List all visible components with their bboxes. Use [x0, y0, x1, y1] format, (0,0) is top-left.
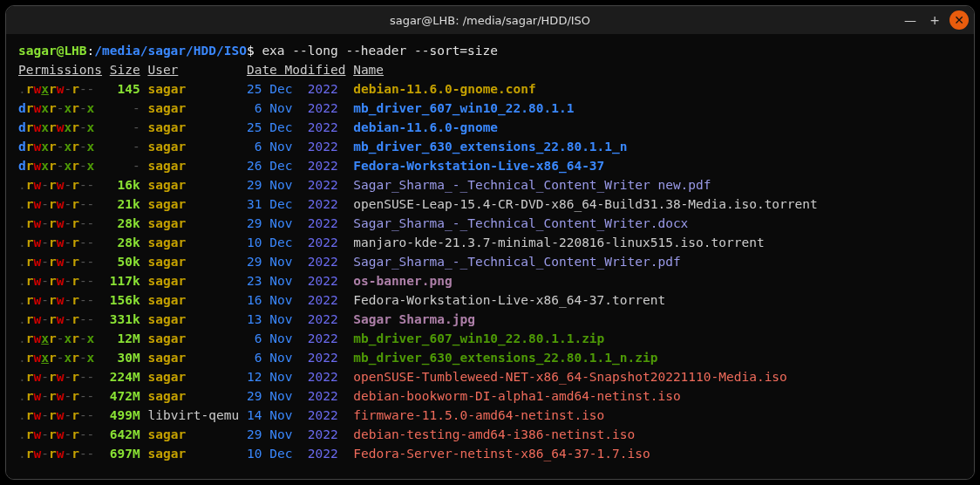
date-day: 10: [247, 447, 262, 461]
user-cell: sagar: [147, 197, 239, 211]
file-name: mb_driver_607_win10_22.80.1.1.zip: [353, 331, 604, 345]
prompt-symbol: $: [247, 44, 255, 58]
col-permissions: Permissions: [18, 63, 102, 77]
date-day: 14: [247, 408, 262, 422]
size-cell: 30M: [110, 351, 140, 365]
date-mon: Nov: [269, 331, 292, 345]
date-mon: Dec: [269, 82, 292, 96]
date-mon: Nov: [269, 408, 292, 422]
window-controls: — + ✕: [901, 6, 969, 34]
date-day: 26: [247, 159, 262, 173]
perm-cell: .rw-rw-r--: [18, 274, 94, 288]
user-cell: sagar: [147, 178, 239, 192]
user-cell: sagar: [147, 312, 239, 326]
user-cell: sagar: [147, 101, 239, 115]
col-date: Date Modified: [247, 63, 346, 77]
minimize-button[interactable]: —: [901, 10, 920, 30]
perm-cell: .rw-rw-r--: [18, 216, 94, 230]
date-mon: Dec: [269, 447, 292, 461]
size-cell: -: [110, 101, 140, 115]
perm-cell: drwxr-xr-x: [18, 159, 94, 173]
user-cell: sagar: [147, 370, 239, 384]
user-cell: sagar: [147, 447, 239, 461]
date-year: 2022: [308, 197, 338, 211]
date-mon: Nov: [269, 293, 292, 307]
size-cell: 117k: [110, 274, 140, 288]
date-year: 2022: [308, 120, 338, 134]
date-year: 2022: [308, 216, 338, 230]
terminal-viewport[interactable]: sagar@LHB:/media/sagar/HDD/ISO$ exa --lo…: [6, 34, 974, 479]
user-cell: sagar: [147, 216, 239, 230]
perm-cell: drwxr-xr-x: [18, 101, 94, 115]
date-year: 2022: [308, 312, 338, 326]
date-day: 25: [247, 82, 262, 96]
perm-cell: .rwxr-xr-x: [18, 331, 94, 345]
titlebar[interactable]: sagar@LHB: /media/sagar/HDD/ISO — + ✕: [6, 6, 974, 34]
file-name: Fedora-Server-netinst-x86_64-37-1.7.iso: [353, 447, 650, 461]
size-cell: 331k: [110, 312, 140, 326]
date-day: 29: [247, 216, 262, 230]
date-year: 2022: [308, 389, 338, 403]
date-year: 2022: [308, 427, 338, 441]
date-year: 2022: [308, 447, 338, 461]
file-name: Fedora-Workstation-Live-x86_64-37: [353, 159, 604, 173]
size-cell: 499M: [110, 408, 140, 422]
perm-cell: .rw-rw-r--: [18, 236, 94, 249]
perm-cell: .rw-rw-r--: [18, 255, 94, 269]
date-day: 29: [247, 389, 262, 403]
file-name: debian-11.6.0-gnome.conf: [353, 82, 536, 96]
perm-cell: .rw-rw-r--: [18, 370, 94, 384]
user-cell: sagar: [147, 389, 239, 403]
file-name: openSUSE-Tumbleweed-NET-x86_64-Snapshot2…: [353, 370, 787, 384]
date-mon: Nov: [269, 255, 292, 269]
user-cell: sagar: [147, 82, 239, 96]
date-year: 2022: [308, 370, 338, 384]
date-mon: Dec: [269, 197, 292, 211]
date-mon: Nov: [269, 274, 292, 288]
date-mon: Nov: [269, 351, 292, 365]
date-day: 25: [247, 120, 262, 134]
user-cell: sagar: [147, 331, 239, 345]
file-name: debian-11.6.0-gnome: [353, 120, 498, 134]
date-mon: Nov: [269, 312, 292, 326]
date-year: 2022: [308, 159, 338, 173]
date-year: 2022: [308, 351, 338, 365]
size-cell: 145: [110, 82, 140, 96]
col-size: Size: [110, 63, 140, 77]
prompt-user-host: sagar@LHB: [18, 44, 87, 58]
perm-cell: drwxr-xr-x: [18, 140, 94, 154]
size-cell: 21k: [110, 197, 140, 211]
command-text: exa --long --header --sort=size: [255, 44, 498, 58]
date-mon: Nov: [269, 370, 292, 384]
user-cell: sagar: [147, 120, 239, 134]
perm-cell: .rw-rw-r--: [18, 447, 94, 461]
date-day: 6: [247, 140, 262, 154]
user-cell: sagar: [147, 159, 239, 173]
close-button[interactable]: ✕: [949, 10, 969, 30]
user-cell: sagar: [147, 427, 239, 441]
date-day: 10: [247, 236, 262, 249]
perm-cell: drwxrwxr-x: [18, 120, 94, 134]
date-year: 2022: [308, 82, 338, 96]
perm-cell: .rw-rw-r--: [18, 389, 94, 403]
perm-cell: .rwxr-xr-x: [18, 351, 94, 365]
file-name: os-banner.png: [353, 274, 453, 288]
size-cell: 697M: [110, 447, 140, 461]
file-name: mb_driver_630_extensions_22.80.1.1_n: [353, 140, 627, 154]
size-cell: 50k: [110, 255, 140, 269]
date-day: 12: [247, 370, 262, 384]
size-cell: 12M: [110, 331, 140, 345]
date-year: 2022: [308, 408, 338, 422]
size-cell: -: [110, 140, 140, 154]
file-name: mb_driver_607_win10_22.80.1.1: [353, 101, 574, 115]
size-cell: -: [110, 120, 140, 134]
user-cell: sagar: [147, 255, 239, 269]
perm-cell: .rw-rw-r--: [18, 408, 94, 422]
date-year: 2022: [308, 178, 338, 192]
date-day: 13: [247, 312, 262, 326]
user-cell: sagar: [147, 236, 239, 249]
size-cell: 224M: [110, 370, 140, 384]
file-name: openSUSE-Leap-15.4-CR-DVD-x86_64-Build31…: [353, 197, 818, 211]
maximize-button[interactable]: +: [925, 10, 944, 30]
size-cell: 28k: [110, 236, 140, 249]
